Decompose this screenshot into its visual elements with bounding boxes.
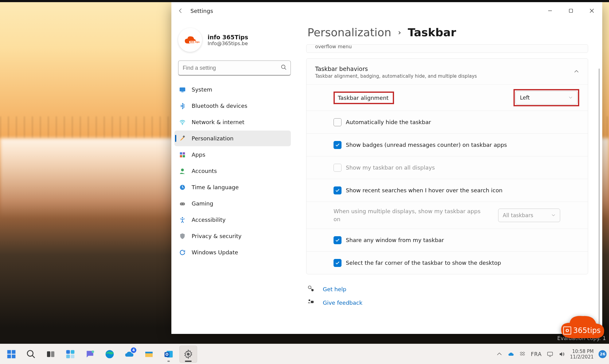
feedback-link[interactable]: Give feedback [307,296,588,309]
clock[interactable]: 10:58 PM 11/2/2021 [570,349,594,360]
search-button[interactable] [22,346,40,363]
explorer-button[interactable] [140,346,158,363]
row-all-displays: Show my taskbar on all displays [306,156,588,179]
tray-onedrive-icon[interactable] [508,351,514,358]
profile-text: info 365Tips Info@365tips.be [208,34,248,46]
notifications-badge[interactable]: 26 [599,350,607,358]
svg-point-37 [187,353,189,355]
help-link[interactable]: Get help [307,282,588,296]
back-button[interactable] [176,6,185,15]
checkbox[interactable] [334,236,342,244]
chat-button[interactable] [81,346,99,363]
sidebar-item-gaming[interactable]: Gaming [174,196,291,211]
svg-point-32 [106,350,114,358]
taskview-button[interactable] [42,346,60,363]
search-input[interactable] [178,61,291,76]
maximize-button[interactable] [560,2,581,19]
sidebar-nav: System Bluetooth & devices Network & int… [174,82,296,260]
svg-rect-26 [51,351,54,357]
search-field[interactable] [182,65,281,72]
svg-rect-7 [183,152,185,154]
svg-rect-27 [66,350,70,354]
sidebar-item-label: Privacy & security [192,233,242,239]
svg-rect-6 [180,152,182,154]
minimize-button[interactable] [540,2,560,19]
sidebar-item-apps[interactable]: Apps [174,147,291,162]
display-icon[interactable] [547,351,553,358]
row-badges[interactable]: Show badges (unread messages counter) on… [306,133,588,156]
sidebar-item-network[interactable]: Network & internet [174,114,291,130]
svg-rect-20 [7,350,11,354]
row-share-window[interactable]: Share any window from my taskbar [306,229,588,251]
alignment-label-highlight: Taskbar alignment [334,92,394,104]
checkbox[interactable] [334,141,342,149]
alignment-dropdown[interactable]: Left [515,91,577,104]
row-multi-displays: When using multiple displays, show my ta… [306,202,588,229]
multi-label: When using multiple displays, show my ta… [334,207,498,223]
volume-icon[interactable] [558,351,565,358]
svg-point-31 [92,350,94,353]
checkbox[interactable] [334,118,342,126]
widgets-button[interactable] [61,346,79,363]
row-recent-searches[interactable]: Show recent searches when I hover over t… [306,179,588,202]
checkbox[interactable] [334,186,342,194]
checkbox[interactable] [334,259,342,267]
edge-button[interactable] [101,346,119,363]
onedrive-button[interactable]: 4 [120,346,138,363]
settings-button[interactable] [179,346,197,363]
update-icon [179,249,186,256]
wifi-icon [179,119,186,126]
sidebar-item-accessibility[interactable]: Accessibility [174,212,291,228]
multi-dropdown: All taskbars [498,209,560,222]
svg-rect-23 [12,354,15,358]
taskbar-behaviors-card: Taskbar behaviors Taskbar alignment, bad… [306,58,588,274]
titlebar: Settings [171,2,602,19]
svg-rect-19 [311,301,314,303]
sidebar-item-accounts[interactable]: Accounts [174,163,291,179]
svg-rect-22 [7,354,11,358]
behaviors-header[interactable]: Taskbar behaviors Taskbar alignment, bad… [306,59,588,84]
all-displays-label: Show my taskbar on all displays [346,164,435,171]
apps-icon [179,151,186,159]
sidebar-item-bluetooth[interactable]: Bluetooth & devices [174,98,291,114]
svg-rect-21 [12,350,15,354]
breadcrumb-parent[interactable]: Personalization [307,26,391,39]
scrollbar[interactable] [599,68,600,326]
svg-rect-25 [47,351,50,357]
stub-text: overflow menu [315,44,352,49]
cloud-icon [183,33,197,47]
svg-point-24 [27,350,33,356]
sidebar-item-label: Windows Update [192,249,238,256]
taskbar-apps: 4 O [2,346,197,363]
sidebar-item-personalization[interactable]: Personalization [174,131,291,146]
clock-icon [179,184,186,191]
sidebar-item-update[interactable]: Windows Update [174,245,291,260]
sidebar-item-privacy[interactable]: Privacy & security [174,228,291,244]
alignment-value-highlight: Left [513,89,579,106]
help-label: Get help [323,286,346,292]
row-auto-hide[interactable]: Automatically hide the taskbar [306,111,588,133]
sidebar-item-time[interactable]: Time & language [174,179,291,195]
svg-rect-28 [71,350,74,354]
recent-label: Show recent searches when I hover over t… [346,187,502,194]
sidebar-item-system[interactable]: System [174,82,291,97]
profile[interactable]: 365 tips info 365Tips Info@365tips.be [174,25,296,57]
chevron-right-icon: › [398,28,401,37]
overflow-stub-card[interactable]: overflow menu [306,44,588,53]
svg-point-1 [282,65,285,69]
outlook-button[interactable]: O [160,346,178,363]
chevron-down-icon [568,95,573,101]
settings-window: Settings 365 tips info 365Tips Info@365t… [171,2,602,334]
row-far-corner[interactable]: Select the far corner of the taskbar to … [306,251,588,274]
alignment-label: Taskbar alignment [338,95,388,101]
close-button[interactable] [581,2,602,19]
tray-chevron-icon[interactable] [496,351,503,358]
start-button[interactable] [2,346,20,363]
avatar: 365 tips [178,28,202,52]
sidebar: 365 tips info 365Tips Info@365tips.be Sy… [171,19,296,334]
taskbar: 4 O FRA 10:58 PM 11/2/2021 26 [0,344,609,364]
language-indicator[interactable]: FRA [531,351,542,357]
multi-value: All taskbars [503,212,533,218]
alignment-value: Left [520,95,530,101]
tray-dropbox-icon[interactable] [519,351,526,358]
